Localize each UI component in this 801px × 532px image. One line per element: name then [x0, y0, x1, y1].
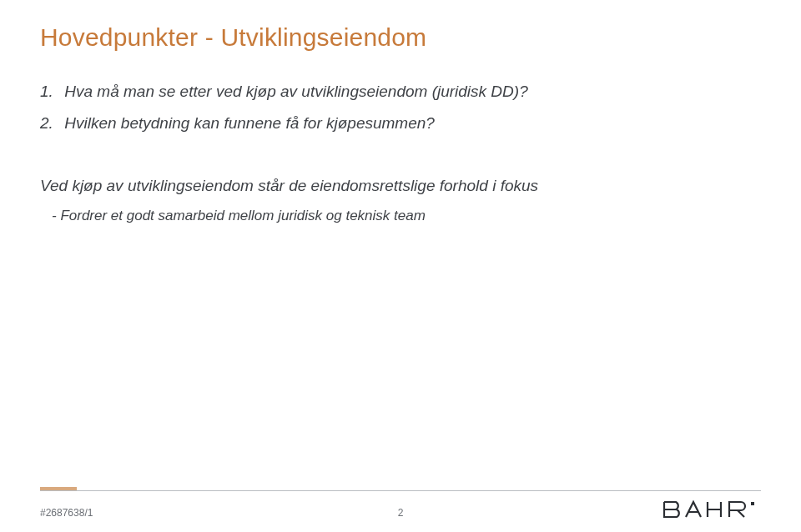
list-item: 2. Hvilken betydning kan funnene få for …	[40, 112, 761, 135]
item-text: Hvilken betydning kan funnene få for kjø…	[64, 114, 435, 132]
footer: #2687638/1 2	[0, 494, 801, 519]
item-text: Hva må man se etter ved kjøp av utviklin…	[64, 83, 527, 100]
thin-line	[40, 490, 761, 491]
bullet-item: Fordrer et godt samarbeid mellom juridis…	[40, 206, 761, 227]
slide: Hovedpunkter - Utviklingseiendom 1. Hva …	[0, 0, 801, 532]
emphasis-block: Ved kjøp av utviklingseiendom står de ei…	[40, 174, 761, 226]
page-number: 2	[398, 507, 404, 519]
logo	[661, 499, 761, 520]
page-title: Hovedpunkter - Utviklingseiendom	[40, 23, 761, 52]
item-number: 1.	[40, 80, 60, 103]
item-number: 2.	[40, 112, 60, 135]
svg-rect-0	[751, 502, 754, 505]
document-number: #2687638/1	[40, 507, 93, 519]
emphasis-text: Ved kjøp av utviklingseiendom står de ei…	[40, 174, 761, 198]
list-item: 1. Hva må man se etter ved kjøp av utvik…	[40, 80, 761, 103]
bahr-logo-icon	[661, 499, 761, 520]
